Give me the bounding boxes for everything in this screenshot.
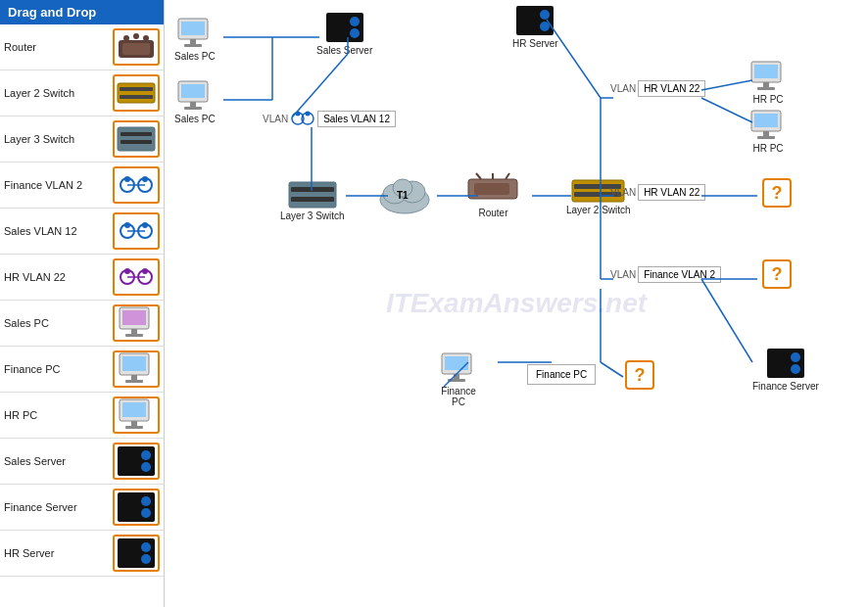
svg-rect-72: [181, 22, 205, 35]
svg-point-43: [141, 508, 151, 518]
hr-vlan-top-group: VLAN HR VLAN 22: [610, 80, 705, 97]
l2switch-icon-box: [113, 74, 160, 112]
svg-rect-113: [445, 356, 468, 370]
vlan-node-sales: [290, 106, 315, 131]
sidebar-item-finance-pc[interactable]: Finance PC: [0, 347, 164, 393]
l3switch-icon-box: [113, 120, 160, 158]
sidebar-label-hr-pc: HR PC: [4, 409, 113, 421]
svg-rect-110: [763, 131, 769, 136]
svg-rect-89: [289, 182, 336, 208]
svg-rect-109: [754, 114, 778, 127]
sales-vlan-icon-box: [113, 212, 160, 250]
svg-rect-79: [326, 13, 363, 42]
svg-rect-97: [474, 183, 509, 195]
svg-line-69: [701, 279, 752, 362]
router-icon: [117, 32, 156, 62]
layer3-switch-label: Layer 3 Switch: [280, 210, 345, 221]
vlan-icon-hr: [118, 261, 155, 293]
finance-pc-diag-node: FinancePC: [441, 352, 476, 407]
sidebar-item-l3switch[interactable]: Layer 3 Switch: [0, 117, 164, 163]
layer3-switch-icon: [288, 181, 337, 209]
svg-point-24: [142, 268, 148, 274]
sidebar-label-sales-vlan: Sales VLAN 12: [4, 225, 113, 237]
svg-rect-116: [767, 349, 804, 378]
svg-rect-74: [184, 44, 202, 47]
svg-rect-107: [757, 87, 775, 90]
svg-rect-111: [757, 136, 775, 139]
sidebar-label-finance-pc: Finance PC: [4, 363, 113, 375]
svg-point-23: [124, 268, 130, 274]
svg-rect-78: [184, 107, 202, 110]
svg-point-19: [142, 222, 148, 228]
sidebar-item-finance-vlan[interactable]: Finance VLAN 2: [0, 163, 164, 209]
finance-pc-diag-icon: [441, 352, 476, 384]
sidebar-label-finance-server: Finance Server: [4, 501, 113, 513]
sidebar-item-l2switch[interactable]: Layer 2 Switch: [0, 70, 164, 117]
sidebar-item-finance-server[interactable]: Finance Server: [0, 485, 164, 531]
server-icon-hr: [117, 537, 156, 569]
hr-pc-1-node: HR PC: [750, 61, 786, 105]
sales-pc-1-icon: [177, 18, 213, 49]
vlan-label-hr-mid: VLAN: [610, 187, 636, 198]
svg-rect-73: [190, 39, 196, 44]
sidebar-label-router: Router: [4, 41, 113, 53]
watermark: ITExamAnswers.net: [386, 288, 647, 319]
hr-server-label: HR Server: [512, 38, 558, 49]
svg-rect-27: [122, 310, 146, 325]
router-icon-box: [113, 28, 160, 66]
svg-rect-90: [291, 187, 334, 192]
finance-vlan-icon-box: [113, 166, 160, 204]
svg-rect-82: [516, 6, 554, 35]
sidebar-label-l3switch: Layer 3 Switch: [4, 133, 113, 145]
pc-icon-finance: [118, 352, 155, 386]
svg-point-40: [141, 462, 151, 472]
hr-pc-2-node: HR PC: [750, 110, 786, 154]
t1-cloud-node: T1: [375, 168, 434, 219]
finance-vlan-2-box: Finance VLAN 2: [638, 266, 721, 283]
svg-rect-115: [448, 379, 465, 382]
vlan-label-sales: VLAN: [263, 114, 288, 124]
svg-rect-33: [125, 380, 143, 383]
sidebar-item-sales-pc[interactable]: Sales PC: [0, 301, 164, 347]
svg-rect-44: [118, 538, 155, 568]
sales-pc-2-node: Sales PC: [174, 80, 216, 124]
sidebar-item-hr-pc[interactable]: HR PC: [0, 393, 164, 439]
sidebar-label-hr-vlan: HR VLAN 22: [4, 271, 113, 283]
vlan-icon-finance: [118, 169, 155, 201]
svg-line-59: [701, 98, 752, 122]
sidebar: Drag and Drop Router Layer 2 Switch Laye…: [0, 0, 165, 607]
svg-point-83: [540, 10, 550, 20]
svg-rect-35: [122, 402, 146, 417]
svg-rect-10: [121, 140, 152, 144]
sales-pc-1-label: Sales PC: [174, 51, 216, 62]
sales-pc-1-node: Sales PC: [174, 18, 216, 62]
sales-server-icon: [325, 12, 364, 43]
svg-point-118: [791, 364, 800, 374]
svg-rect-29: [125, 334, 143, 337]
hr-pc-2-label: HR PC: [752, 143, 783, 154]
sidebar-item-hr-server[interactable]: HR Server: [0, 531, 164, 577]
svg-rect-76: [181, 84, 205, 98]
svg-rect-1: [122, 43, 150, 55]
finance-server-label: Finance Server: [752, 381, 819, 392]
svg-point-81: [350, 28, 360, 38]
qmark-3: ?: [625, 360, 654, 390]
sidebar-label-sales-server: Sales Server: [4, 455, 113, 467]
sidebar-item-sales-server[interactable]: Sales Server: [0, 439, 164, 485]
hr-server-icon: [515, 5, 555, 36]
server-icon-finance: [117, 491, 156, 523]
sidebar-item-hr-vlan[interactable]: HR VLAN 22: [0, 255, 164, 301]
diagram-area: ITExamAnswers.net: [165, 0, 868, 607]
layer3-switch-node: Layer 3 Switch: [280, 181, 345, 221]
hr-vlan-22-mid-box: HR VLAN 22: [638, 184, 705, 201]
svg-rect-32: [131, 375, 137, 380]
qmark-1: ?: [762, 178, 792, 208]
hr-server-icon-box: [113, 535, 160, 572]
svg-rect-31: [122, 356, 146, 371]
sidebar-item-router[interactable]: Router: [0, 24, 164, 70]
hr-pc-2-icon: [750, 110, 786, 141]
sidebar-label-l2switch: Layer 2 Switch: [4, 87, 113, 99]
sales-pc-2-label: Sales PC: [174, 114, 216, 124]
sidebar-item-sales-vlan[interactable]: Sales VLAN 12: [0, 209, 164, 255]
l3switch-icon: [117, 126, 156, 152]
